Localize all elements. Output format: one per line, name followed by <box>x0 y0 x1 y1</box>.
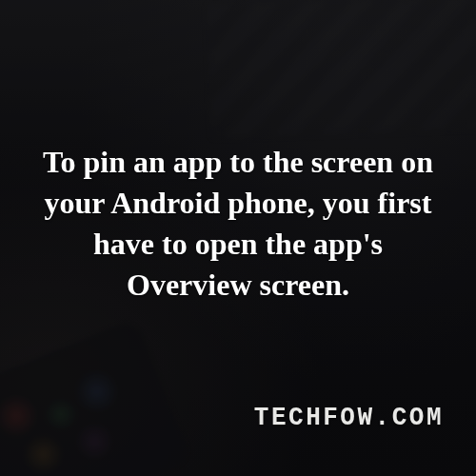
site-watermark: TECHFOW.COM <box>254 403 444 433</box>
instruction-text: To pin an app to the screen on your Andr… <box>33 142 443 307</box>
